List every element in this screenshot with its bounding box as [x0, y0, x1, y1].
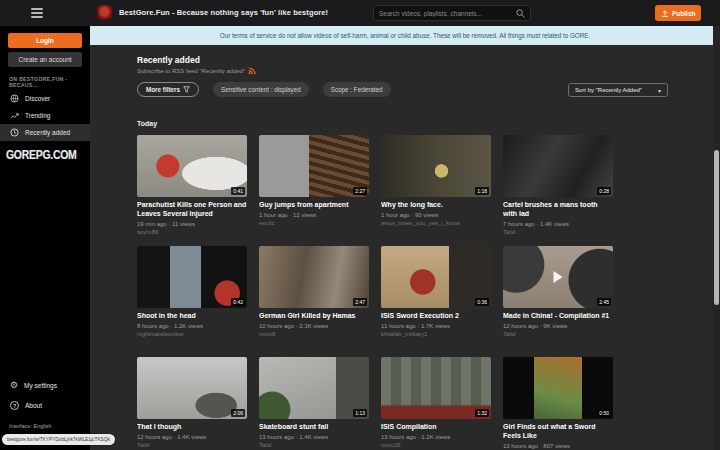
video-channel[interactable]: Talid — [503, 331, 613, 338]
duration-badge: 1:32 — [475, 409, 489, 417]
duration-badge: 0:28 — [597, 187, 611, 195]
video-thumbnail[interactable]: 0:36 — [381, 246, 491, 308]
video-title[interactable]: Why the long face. — [381, 200, 491, 209]
create-account-button[interactable]: Create an account — [8, 52, 82, 67]
video-card[interactable]: 0:42 Shoot in the head 8 hours ago · 1.2… — [137, 246, 247, 350]
video-channel[interactable]: jesus_loves_you_yes_i_know — [381, 220, 491, 227]
video-thumbnail[interactable]: 0:42 — [137, 246, 247, 308]
interface-language-label[interactable]: Interface: English — [9, 423, 52, 429]
video-channel[interactable]: nightmarebomber — [137, 331, 247, 338]
clock-icon — [10, 128, 19, 137]
upload-icon — [661, 9, 669, 17]
video-card[interactable]: 2:06 That I though 12 hours ago · 1.4K v… — [137, 357, 247, 450]
video-thumbnail[interactable]: 0:28 — [503, 135, 613, 197]
chevron-down-icon: ▾ — [658, 87, 661, 94]
sidebar-item-trending[interactable]: Trending — [0, 107, 90, 124]
video-thumbnail[interactable]: 1:32 — [381, 357, 491, 419]
scope-filter-pill[interactable]: Scope : Federated — [323, 82, 391, 97]
video-channel[interactable]: mmc8 — [259, 331, 369, 338]
scrollbar-thumb[interactable] — [714, 150, 719, 305]
video-thumbnail[interactable]: 1:18 — [381, 135, 491, 197]
globe-icon — [10, 94, 19, 103]
video-thumbnail[interactable]: 2:47 — [259, 246, 369, 308]
video-card[interactable]: 1:13 Skateboard stunt fail 13 hours ago … — [259, 357, 369, 450]
sidebar-section-header: ON BESTGORE.FUN - BECAUS... — [9, 76, 90, 88]
video-meta: 8 hours ago · 1.2K views — [137, 323, 247, 330]
video-meta: 1 hour ago · 90 views — [381, 212, 491, 219]
video-title[interactable]: ISIS Compilation — [381, 422, 491, 431]
search-icon[interactable] — [516, 9, 525, 18]
video-title[interactable]: ISIS Sword Execution 2 — [381, 311, 491, 320]
video-thumbnail[interactable]: 0:41 — [137, 135, 247, 197]
video-title[interactable]: Cartel brushes a mans tooth with lad — [503, 200, 613, 218]
video-card[interactable]: 2:45 Made in China! - Compilation #1 12 … — [503, 246, 613, 350]
site-logo-icon[interactable] — [97, 5, 112, 20]
sidebar-item-about[interactable]: ? About — [0, 397, 90, 414]
sidebar-item-label: Discover — [25, 95, 50, 102]
duration-badge: 0:36 — [475, 298, 489, 306]
video-channel[interactable]: Talid — [259, 442, 369, 449]
rss-subscribe-line[interactable]: Subscribe to RSS feed "Recently added" — [137, 67, 256, 75]
video-card[interactable]: 2:27 Guy jumps from apartment 1 hour ago… — [259, 135, 369, 239]
duration-badge: 2:06 — [231, 409, 245, 417]
video-card[interactable]: 1:32 ISIS Compilation 13 hours ago · 1.2… — [381, 357, 491, 450]
video-meta: 19 min ago · 11 views — [137, 221, 247, 228]
video-card[interactable]: 0:28 Cartel brushes a mans tooth with la… — [503, 135, 613, 239]
search-box[interactable] — [373, 5, 531, 21]
link-preview-url: bestgore.fun/w/TKYFYDobLjnk7kWLE1jcTKSQk — [7, 437, 110, 442]
video-title[interactable]: Skateboard stunt fail — [259, 422, 369, 431]
video-channel[interactable]: Talid — [137, 442, 247, 449]
sensitive-content-filter-pill[interactable]: Sensitive content : displayed — [213, 82, 309, 97]
video-title[interactable]: Parachutist Kills one Person and Leaves … — [137, 200, 247, 218]
rss-icon[interactable] — [248, 67, 256, 75]
video-thumbnail[interactable]: 2:45 — [503, 246, 613, 308]
sort-dropdown[interactable]: Sort by "Recently Added" ▾ — [568, 83, 668, 97]
video-title[interactable]: Made in China! - Compilation #1 — [503, 311, 613, 320]
duration-badge: 2:47 — [353, 298, 367, 306]
duration-badge: 0:42 — [231, 298, 245, 306]
duration-badge: 1:18 — [475, 187, 489, 195]
hamburger-menu-icon[interactable] — [31, 8, 43, 18]
video-channel[interactable]: exotic — [259, 220, 369, 227]
video-meta: 13 hours ago · 807 views — [503, 443, 613, 450]
video-meta: 11 hours ago · 1.7K views — [381, 323, 491, 330]
gear-icon: ⚙ — [10, 381, 18, 390]
video-title[interactable]: Girl Finds out what a Sword Feels Like — [503, 422, 613, 440]
sidebar-item-label: About — [25, 402, 42, 409]
more-filters-button[interactable]: More filters — [137, 82, 199, 97]
sidebar-banner-logo[interactable]: GOREPG.COM — [6, 146, 77, 162]
search-input[interactable] — [379, 10, 516, 17]
play-icon — [554, 271, 563, 283]
video-card[interactable]: 1:18 Why the long face. 1 hour ago · 90 … — [381, 135, 491, 239]
video-channel[interactable]: spyro86 — [137, 229, 247, 236]
sidebar-item-my-settings[interactable]: ⚙ My settings — [0, 377, 90, 394]
video-title[interactable]: German Girl Killed by Hamas — [259, 311, 369, 320]
site-title[interactable]: BestGore.Fun - Because nothing says 'fun… — [119, 8, 328, 17]
video-title[interactable]: Guy jumps from apartment — [259, 200, 369, 209]
video-card[interactable]: 2:47 German Girl Killed by Hamas 10 hour… — [259, 246, 369, 350]
video-card[interactable]: 0:41 Parachutist Kills one Person and Le… — [137, 135, 247, 239]
duration-badge: 2:45 — [597, 298, 611, 306]
sort-dropdown-label: Sort by "Recently Added" — [575, 87, 642, 93]
date-group-heading: Today — [137, 120, 157, 127]
video-card[interactable]: 0:36 ISIS Sword Execution 2 11 hours ago… — [381, 246, 491, 350]
video-title[interactable]: That I though — [137, 422, 247, 431]
login-button[interactable]: Login — [8, 33, 82, 48]
link-preview-tooltip: bestgore.fun/w/TKYFYDobLjnk7kWLE1jcTKSQk — [2, 434, 115, 445]
video-thumbnail[interactable]: 2:06 — [137, 357, 247, 419]
video-thumbnail[interactable]: 2:27 — [259, 135, 369, 197]
publish-button[interactable]: Publish — [655, 5, 701, 21]
video-card[interactable]: 0:50 Girl Finds out what a Sword Feels L… — [503, 357, 613, 450]
video-channel[interactable]: mmc26 — [381, 442, 491, 449]
sidebar-item-label: Trending — [25, 112, 50, 119]
duration-badge: 0:41 — [231, 187, 245, 195]
video-thumbnail[interactable]: 1:13 — [259, 357, 369, 419]
video-channel[interactable]: Talid — [503, 229, 613, 236]
video-thumbnail[interactable]: 0:50 — [503, 357, 613, 419]
video-channel[interactable]: khilafah_military1 — [381, 331, 491, 338]
sidebar-item-recently-added[interactable]: Recently added — [0, 124, 90, 141]
video-grid: 0:41 Parachutist Kills one Person and Le… — [137, 135, 613, 450]
video-title[interactable]: Shoot in the head — [137, 311, 247, 320]
video-meta: 13 hours ago · 1.2K views — [381, 434, 491, 441]
sidebar-item-discover[interactable]: Discover — [0, 90, 90, 107]
